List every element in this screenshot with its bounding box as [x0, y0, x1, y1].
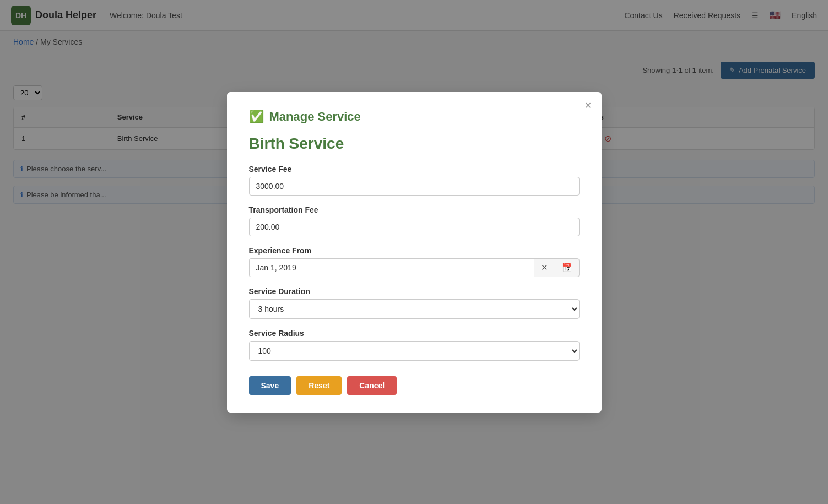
modal-overlay: × ✅ Manage Service Birth Service Service… — [0, 0, 828, 213]
manage-service-modal: × ✅ Manage Service Birth Service Service… — [227, 92, 602, 213]
service-fee-label: Service Fee — [249, 165, 580, 174]
service-name-heading: Birth Service — [249, 135, 580, 153]
service-fee-group: Service Fee — [249, 165, 580, 196]
service-fee-input[interactable] — [249, 177, 580, 196]
modal-title: ✅ Manage Service — [249, 110, 580, 124]
transportation-fee-group: Transportation Fee — [249, 205, 580, 213]
modal-close-button[interactable]: × — [585, 100, 592, 111]
transportation-fee-label: Transportation Fee — [249, 205, 580, 213]
modal-title-icon: ✅ — [249, 110, 264, 124]
